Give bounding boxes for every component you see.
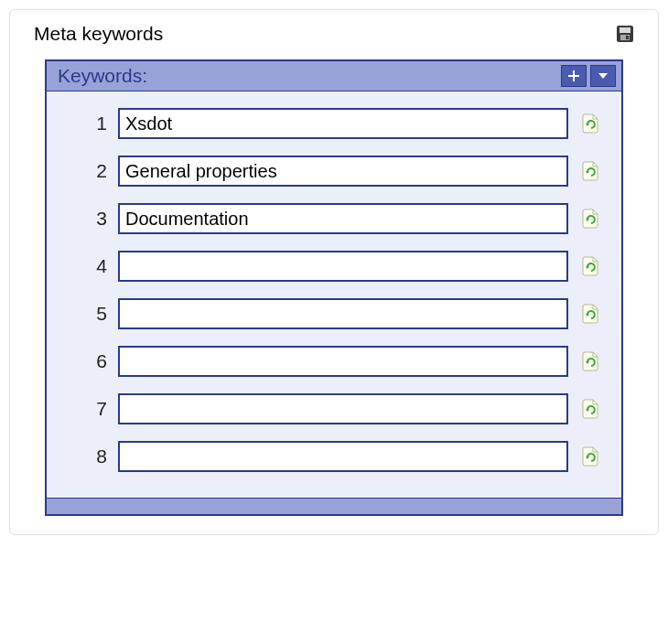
keyword-row: 1 [65,108,603,139]
plus-icon [567,70,580,82]
save-icon[interactable] [616,25,634,43]
svg-rect-5 [568,75,579,77]
keyword-refresh-button[interactable] [579,111,603,136]
keyword-list: 12345678 [47,91,621,498]
refresh-icon [581,350,601,372]
svg-rect-3 [626,36,629,39]
keyword-refresh-button[interactable] [579,349,603,374]
keyword-refresh-button[interactable] [579,253,603,279]
keyword-row: 7 [65,393,603,424]
keyword-refresh-button[interactable] [579,206,603,231]
keyword-row: 6 [65,346,603,377]
refresh-icon [581,255,601,277]
keyword-input[interactable] [118,108,568,139]
keyword-row: 3 [65,203,603,234]
keyword-input[interactable] [118,346,568,377]
refresh-icon [581,398,601,420]
keyword-index: 7 [65,398,107,420]
keyword-input[interactable] [118,251,568,282]
keyword-refresh-button[interactable] [579,301,603,327]
keyword-row: 2 [65,156,603,187]
chevron-down-icon [597,71,609,80]
keyword-input[interactable] [118,441,568,472]
keyword-row: 4 [65,251,603,282]
refresh-icon [581,113,601,134]
keyword-input[interactable] [118,156,568,187]
keywords-box: Keywords: 1 [45,59,623,516]
dropdown-button[interactable] [590,65,616,87]
keyword-index: 2 [65,160,107,182]
panel-header: Meta keywords [10,14,658,59]
refresh-icon [581,160,601,182]
keyword-refresh-button[interactable] [579,396,603,422]
keyword-index: 3 [65,208,107,230]
keyword-row: 5 [65,298,603,329]
keyword-refresh-button[interactable] [579,444,603,469]
keyword-row: 8 [65,441,603,472]
refresh-icon [581,208,601,230]
svg-rect-1 [620,27,630,33]
keyword-input[interactable] [118,393,568,424]
keywords-label: Keywords: [58,65,147,87]
keyword-input[interactable] [118,298,568,329]
keywords-footer [47,498,621,514]
svg-marker-6 [598,73,608,79]
panel-body: Keywords: 1 [10,59,658,516]
keyword-input[interactable] [118,203,568,234]
keyword-index: 8 [65,445,107,467]
add-keyword-button[interactable] [561,65,587,87]
refresh-icon [581,303,601,325]
meta-keywords-panel: Meta keywords Keywords: [9,9,659,535]
keyword-index: 4 [65,255,107,277]
keywords-header: Keywords: [47,61,621,91]
header-buttons [561,65,616,87]
keyword-index: 5 [65,303,107,325]
panel-title: Meta keywords [34,23,163,45]
refresh-icon [581,445,601,467]
keyword-refresh-button[interactable] [579,158,603,184]
keyword-index: 6 [65,350,107,372]
keyword-index: 1 [65,113,107,134]
